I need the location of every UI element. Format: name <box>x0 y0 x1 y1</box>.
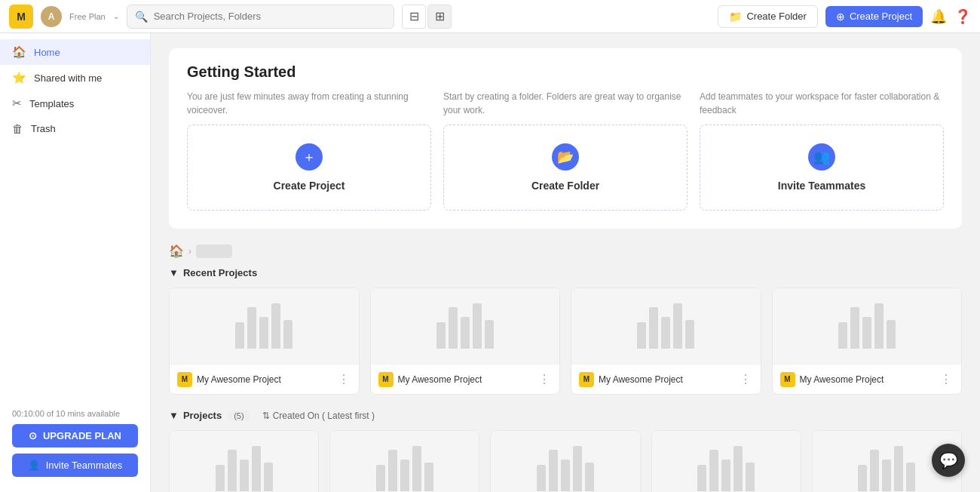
thumb-bar <box>887 320 896 349</box>
search-input[interactable] <box>154 11 386 22</box>
grid-view-button[interactable]: ⊞ <box>427 5 452 29</box>
thumb-bar <box>561 460 570 491</box>
thumbnail-placeholder <box>537 446 594 491</box>
thumb-bar <box>259 317 268 349</box>
plus-circle-icon: ⊕ <box>836 11 845 23</box>
folder-icon: 📁 <box>729 11 742 23</box>
project-menu-button[interactable]: ⋮ <box>738 371 753 388</box>
gs-card-invite-teammates[interactable]: 👥 Invite Teammates <box>700 125 944 211</box>
getting-started-title: Getting Started <box>187 63 944 81</box>
thumb-bar <box>235 322 244 349</box>
recent-projects-toggle[interactable]: ▼ Recent Projects <box>169 267 257 278</box>
sidebar-item-trash[interactable]: 🗑 Trash <box>0 116 150 141</box>
create-folder-button[interactable]: 📁 Create Folder <box>718 5 817 28</box>
sort-button[interactable]: ⇅ Created On ( Latest first ) <box>262 411 375 421</box>
thumb-bar <box>874 303 884 349</box>
project-card[interactable]: MMy Awesome Project⋮ <box>329 430 479 492</box>
thumb-bar <box>721 460 730 491</box>
search-bar[interactable]: 🔍 <box>127 5 394 29</box>
sidebar-item-home[interactable]: 🏠 Home <box>0 39 150 65</box>
thumb-bar <box>649 307 658 349</box>
thumb-bar <box>882 460 891 491</box>
project-card[interactable]: MMy Awesome Project⋮ <box>169 430 319 492</box>
gs-card-wrapper-invite: Add teammates to your workspace for fast… <box>700 90 944 211</box>
thumb-bar <box>549 450 558 491</box>
usage-text: 00:10:00 of 10 mins available <box>12 409 138 418</box>
project-card[interactable]: MMy Awesome Project⋮ <box>772 288 963 395</box>
gs-card-create-project[interactable]: ＋ Create Project <box>187 125 431 211</box>
gs-card-wrapper-folder: Start by creating a folder. Folders are … <box>443 90 688 211</box>
plan-label: Free Plan <box>69 12 106 21</box>
thumb-bar <box>412 446 421 491</box>
invite-icon: 👤 <box>28 460 40 471</box>
trash-icon: 🗑 <box>12 122 23 135</box>
thumb-bar <box>400 460 409 491</box>
thumb-bar <box>376 465 385 491</box>
recent-projects-header: ▼ Recent Projects <box>169 267 962 278</box>
sidebar: 🏠 Home ⭐ Shared with me ✂ Templates 🗑 Tr… <box>0 33 151 492</box>
gs-desc-folder: Start by creating a folder. Folders are … <box>443 90 688 117</box>
chevron-down-icon: ▼ <box>169 267 179 278</box>
create-project-button[interactable]: ⊕ Create Project <box>825 6 923 27</box>
thumb-bar <box>870 450 879 491</box>
thumb-bar <box>461 317 470 349</box>
thumb-bar <box>247 307 256 349</box>
thumb-bar <box>216 465 225 491</box>
thumbnail-placeholder <box>697 446 755 491</box>
project-card-thumbnail <box>371 288 560 364</box>
gs-create-project-label: Create Project <box>274 180 345 192</box>
plan-chevron-icon[interactable]: ⌄ <box>113 12 119 20</box>
thumbnail-placeholder <box>216 446 273 491</box>
thumbnail-placeholder <box>858 446 915 491</box>
main-layout: 🏠 Home ⭐ Shared with me ✂ Templates 🗑 Tr… <box>0 33 980 492</box>
project-card-footer: MMy Awesome Project⋮ <box>773 364 962 394</box>
sidebar-item-templates[interactable]: ✂ Templates <box>0 91 150 116</box>
project-name: My Awesome Project <box>800 374 935 385</box>
invite-teammates-button[interactable]: 👤 Invite Teammates <box>12 454 138 477</box>
thumb-bar <box>436 322 446 349</box>
project-name: My Awesome Project <box>599 374 733 385</box>
list-view-button[interactable]: ⊟ <box>402 5 426 29</box>
project-card[interactable]: MMy Awesome Project⋮ <box>490 430 640 492</box>
all-projects-grid: MMy Awesome Project⋮MMy Awesome Project⋮… <box>169 430 962 492</box>
project-card-thumbnail <box>491 431 639 492</box>
gs-card-create-folder[interactable]: 📂 Create Folder <box>443 125 688 211</box>
upgrade-icon: ⊙ <box>29 430 37 441</box>
project-menu-button[interactable]: ⋮ <box>336 371 351 388</box>
notifications-button[interactable]: 🔔 <box>930 8 947 25</box>
gs-create-folder-label: Create Folder <box>531 180 599 192</box>
project-card[interactable]: MMy Awesome Project⋮ <box>651 430 801 492</box>
sidebar-item-shared[interactable]: ⭐ Shared with me <box>0 65 150 91</box>
sidebar-bottom: 00:10:00 of 10 mins available ⊙ UPGRADE … <box>0 400 150 486</box>
chevron-down-icon-2: ▼ <box>169 410 179 421</box>
thumbnail-placeholder <box>235 303 292 349</box>
upgrade-plan-button[interactable]: ⊙ UPGRADE PLAN <box>12 424 138 447</box>
project-card[interactable]: MMy Awesome Project⋮ <box>370 288 561 395</box>
avatar[interactable]: A <box>41 6 62 27</box>
project-menu-button[interactable]: ⋮ <box>537 371 552 388</box>
thumb-bar <box>240 460 249 491</box>
topnav-icons: 🔔 ❓ <box>930 8 971 25</box>
project-name: My Awesome Project <box>398 374 533 385</box>
project-card-thumbnail <box>170 431 318 492</box>
project-card[interactable]: MMy Awesome Project⋮ <box>571 288 761 395</box>
thumb-bar <box>838 322 847 349</box>
thumb-bar <box>685 320 694 349</box>
project-card[interactable]: MMy Awesome Project⋮ <box>169 288 360 395</box>
getting-started-cards: You are just few minutes away from creat… <box>187 90 944 211</box>
help-button[interactable]: ❓ <box>954 8 971 25</box>
thumb-bar <box>485 320 494 349</box>
chat-bubble-button[interactable]: 💬 <box>932 444 965 477</box>
thumb-bar <box>862 317 871 349</box>
all-projects-toggle[interactable]: ▼ Projects <box>169 410 222 421</box>
project-card-thumbnail <box>652 431 801 492</box>
thumbnail-placeholder <box>436 303 494 349</box>
breadcrumb: 🏠 › <box>169 244 962 258</box>
thumb-bar <box>906 463 915 491</box>
project-menu-button[interactable]: ⋮ <box>939 371 954 388</box>
project-card-thumbnail <box>773 288 962 364</box>
thumb-bar <box>573 446 582 491</box>
gs-card-wrapper-project: You are just few minutes away from creat… <box>187 90 431 211</box>
thumb-bar <box>449 307 458 349</box>
project-name: My Awesome Project <box>197 374 332 385</box>
